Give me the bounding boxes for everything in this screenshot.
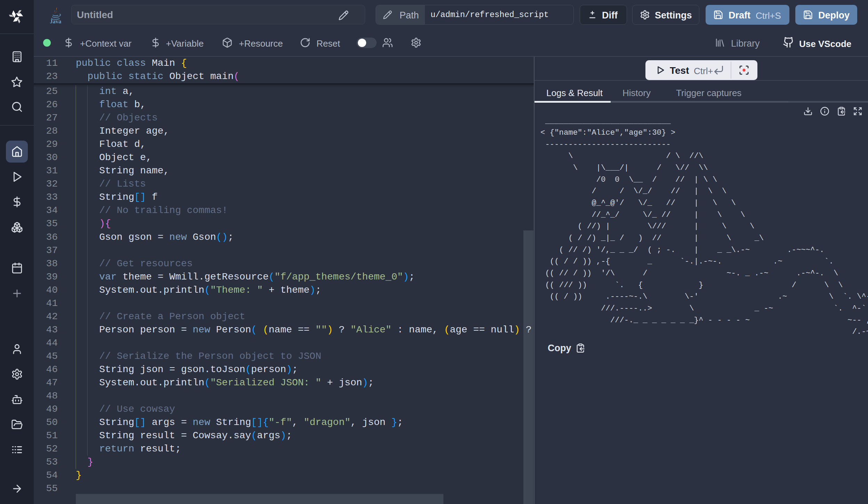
svg-text:Java: Java — [50, 18, 61, 24]
